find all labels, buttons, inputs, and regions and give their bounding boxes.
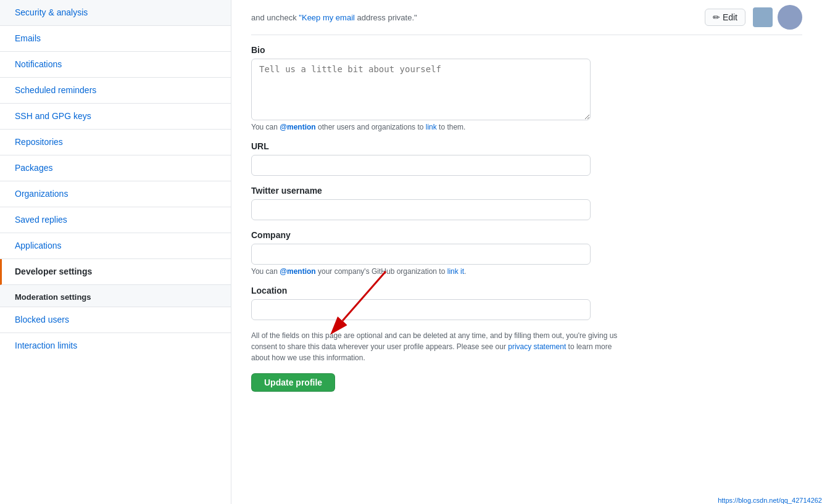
bottom-note: All of the fields on this page are optio… [251, 330, 628, 363]
sidebar-item-developer-settings[interactable]: Developer settings [0, 259, 231, 285]
avatar-area [753, 5, 802, 30]
url-label: URL [251, 141, 802, 151]
moderation-settings-header: Moderation settings [0, 285, 231, 307]
keep-email-link[interactable]: "Keep my email [299, 13, 355, 22]
pencil-icon: ✏ [713, 12, 720, 22]
bio-mention-link[interactable]: @mention [280, 123, 315, 131]
bio-field-group: Bio You can @mention other users and org… [251, 45, 802, 131]
sidebar-item-interaction-limits[interactable]: Interaction limits [0, 333, 231, 358]
sidebar-item-blocked-users[interactable]: Blocked users [0, 307, 231, 333]
company-mention-link[interactable]: @mention [280, 267, 315, 276]
bio-input[interactable] [251, 59, 591, 120]
url-field-group: URL [251, 141, 802, 176]
sidebar-item-repositories[interactable]: Repositories [0, 130, 231, 155]
location-field-group: Location [251, 286, 802, 320]
company-hint: You can @mention your company's GitHub o… [251, 267, 802, 276]
twitter-label: Twitter username [251, 186, 802, 196]
sidebar-item-packages[interactable]: Packages [0, 155, 231, 181]
url-input[interactable] [251, 155, 591, 176]
update-profile-button[interactable]: Update profile [251, 373, 335, 392]
sidebar-item-ssh-gpg-keys[interactable]: SSH and GPG keys [0, 104, 231, 130]
company-field-group: Company You can @mention your company's … [251, 230, 802, 276]
bio-link[interactable]: link [426, 123, 437, 131]
privacy-statement-link[interactable]: privacy statement [508, 342, 566, 351]
company-label: Company [251, 230, 802, 240]
avatar [778, 5, 802, 30]
sidebar-item-security-analysis[interactable]: Security & analysis [0, 0, 231, 26]
avatar-thumbnail [753, 7, 773, 27]
company-link[interactable]: link it [447, 267, 464, 276]
top-bar: and uncheck "Keep my email address priva… [251, 0, 802, 35]
location-input[interactable] [251, 299, 591, 320]
sidebar-item-saved-replies[interactable]: Saved replies [0, 207, 231, 233]
sidebar-item-organizations[interactable]: Organizations [0, 181, 231, 207]
bio-hint: You can @mention other users and organiz… [251, 123, 802, 131]
bio-label: Bio [251, 45, 802, 55]
twitter-field-group: Twitter username [251, 186, 802, 220]
edit-label: Edit [723, 12, 737, 22]
sidebar-item-scheduled-reminders[interactable]: Scheduled reminders [0, 78, 231, 104]
sidebar: Security & analysis Emails Notifications… [0, 0, 231, 504]
top-note: and uncheck "Keep my email address priva… [251, 13, 692, 22]
watermark: https://blog.csdn.net/qq_42714262 [718, 497, 822, 504]
edit-button[interactable]: ✏ Edit [705, 9, 745, 26]
twitter-input[interactable] [251, 199, 591, 220]
sidebar-item-applications[interactable]: Applications [0, 233, 231, 259]
main-content: and uncheck "Keep my email address priva… [231, 0, 822, 504]
sidebar-item-notifications[interactable]: Notifications [0, 52, 231, 78]
company-input[interactable] [251, 244, 591, 265]
location-label: Location [251, 286, 802, 295]
sidebar-item-emails[interactable]: Emails [0, 26, 231, 52]
